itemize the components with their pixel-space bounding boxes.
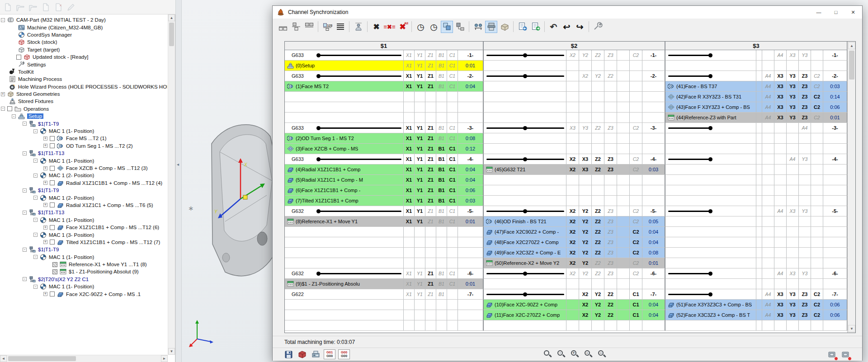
- axis-cell[interactable]: [403, 113, 414, 122]
- axis-cell[interactable]: [629, 61, 642, 71]
- axis-cell[interactable]: [604, 144, 617, 154]
- import-syncs-icon[interactable]: [516, 21, 528, 33]
- axis-cell[interactable]: [774, 123, 786, 133]
- axis-cell[interactable]: B1: [436, 154, 447, 164]
- channel-cell[interactable]: [665, 237, 848, 248]
- axis-cell[interactable]: [798, 248, 811, 258]
- time-cell[interactable]: [642, 81, 665, 91]
- axis-cell[interactable]: [447, 300, 458, 310]
- axis-cell[interactable]: Z1: [425, 268, 436, 278]
- axis-cell[interactable]: [756, 113, 762, 122]
- time-cell[interactable]: [823, 227, 847, 237]
- show-list-icon[interactable]: [334, 21, 346, 33]
- tree-item[interactable]: +Stored Geometries: [0, 90, 167, 98]
- axis-cell[interactable]: [756, 310, 762, 320]
- channel-cell[interactable]: [484, 113, 665, 123]
- sync-node-dot[interactable]: [523, 74, 527, 78]
- axis-cell[interactable]: Y2: [591, 289, 604, 299]
- axis-cell[interactable]: [762, 185, 774, 195]
- edit-tool-icon[interactable]: [66, 2, 76, 12]
- axis-cell[interactable]: [786, 258, 798, 268]
- channel-cell[interactable]: (46)OD Finish - BS T21X2Y2Z2Z3C20:05: [484, 216, 665, 227]
- scroll-down-icon[interactable]: ▼: [168, 348, 175, 355]
- axis-cell[interactable]: [579, 92, 591, 102]
- axis-cell[interactable]: [604, 113, 617, 122]
- axis-cell[interactable]: X1: [403, 289, 414, 299]
- axis-cell[interactable]: [798, 61, 811, 71]
- channel-cell[interactable]: X2Y2Z2-2-: [484, 71, 665, 81]
- axis-cell[interactable]: [579, 102, 591, 112]
- axis-cell[interactable]: [447, 248, 458, 258]
- axis-cell[interactable]: X3: [774, 113, 786, 122]
- tree-item[interactable]: Updated stock - [Ready]: [0, 53, 167, 61]
- channel-cell[interactable]: A4X3Y3-1-: [665, 50, 848, 61]
- sync-line[interactable]: [312, 71, 403, 81]
- axis-cell[interactable]: [414, 237, 425, 247]
- axis-cell[interactable]: [762, 133, 774, 143]
- axis-cell[interactable]: [774, 185, 786, 195]
- axis-cell[interactable]: [579, 185, 591, 195]
- axis-cell[interactable]: X2: [566, 248, 579, 258]
- axis-cell[interactable]: C2: [811, 81, 823, 91]
- expand-icon[interactable]: +: [43, 144, 47, 148]
- axis-cell[interactable]: Z3: [604, 154, 617, 164]
- axis-cell[interactable]: [629, 71, 642, 81]
- manual-sync-icon[interactable]: [352, 21, 364, 33]
- open-stamp-icon[interactable]: [15, 2, 25, 12]
- axis-cell[interactable]: Y2: [591, 71, 604, 81]
- checkbox-unchecked[interactable]: [50, 202, 55, 207]
- axis-cell[interactable]: A4: [762, 102, 774, 112]
- axis-cell[interactable]: Z1: [425, 61, 436, 71]
- channel-cell[interactable]: (43)Face F X3Y3Z3 + Comp - BSA4X3Y3Z3C20…: [665, 102, 848, 113]
- tree-item[interactable]: -$2|T20's|X2 Y2 Z2 C1: [0, 276, 167, 283]
- axis-cell[interactable]: [756, 320, 762, 330]
- axis-cell[interactable]: [436, 227, 447, 237]
- sync-line[interactable]: [667, 289, 756, 299]
- axis-cell[interactable]: [774, 216, 786, 226]
- axis-cell[interactable]: [786, 133, 798, 143]
- checkbox-disabled[interactable]: [52, 262, 57, 267]
- axis-cell[interactable]: [591, 133, 604, 143]
- sync-node-dot[interactable]: [316, 53, 321, 57]
- axis-cell[interactable]: [617, 248, 629, 258]
- axis-cell[interactable]: Z2: [604, 310, 617, 320]
- channel-cell[interactable]: [665, 61, 848, 71]
- axis-cell[interactable]: [414, 258, 425, 268]
- axis-cell[interactable]: [403, 102, 414, 112]
- channel-cell[interactable]: [285, 258, 484, 268]
- channel-cell[interactable]: [665, 175, 848, 185]
- axis-cell[interactable]: [617, 50, 629, 60]
- expand-icon[interactable]: +: [43, 292, 47, 296]
- minimize-button[interactable]: —: [810, 6, 827, 18]
- axis-cell[interactable]: [566, 300, 579, 310]
- axis-cell[interactable]: X2: [566, 154, 579, 164]
- axis-cell[interactable]: X1: [403, 175, 414, 185]
- axis-cell[interactable]: [798, 144, 811, 154]
- time-cell[interactable]: [458, 300, 483, 310]
- tree-item[interactable]: Hole Wizard Process (HOLE PROCESSES - SO…: [0, 83, 167, 90]
- time-cell[interactable]: [823, 196, 847, 206]
- time-cell[interactable]: 0:03: [642, 165, 665, 174]
- axis-cell[interactable]: X1: [403, 133, 414, 143]
- axis-cell[interactable]: X3: [774, 300, 786, 310]
- axis-cell[interactable]: Y2: [579, 227, 591, 237]
- channel-cell[interactable]: X3Y3Z2Z3C2-3-: [484, 123, 665, 133]
- axis-cell[interactable]: [604, 185, 617, 195]
- axis-cell[interactable]: [756, 300, 762, 310]
- channel-cell[interactable]: (48)Face X2C270Z2 + CompX2Y2Z2Z3C20:04: [484, 237, 665, 248]
- axis-cell[interactable]: Y3: [786, 71, 798, 81]
- channel-cell[interactable]: [665, 133, 848, 144]
- axis-cell[interactable]: [591, 92, 604, 102]
- axis-cell[interactable]: Y2: [591, 300, 604, 310]
- time-cell[interactable]: [642, 196, 665, 206]
- axis-cell[interactable]: Y3: [786, 289, 798, 299]
- axis-cell[interactable]: Y3: [786, 113, 798, 122]
- axis-cell[interactable]: [436, 102, 447, 112]
- axis-cell[interactable]: [617, 71, 629, 81]
- axis-cell[interactable]: [756, 268, 762, 278]
- axis-cell[interactable]: B1: [436, 61, 447, 71]
- axis-cell[interactable]: [591, 61, 604, 71]
- axis-cell[interactable]: [756, 206, 762, 216]
- axis-cell[interactable]: [786, 144, 798, 154]
- axis-cell[interactable]: [811, 50, 823, 60]
